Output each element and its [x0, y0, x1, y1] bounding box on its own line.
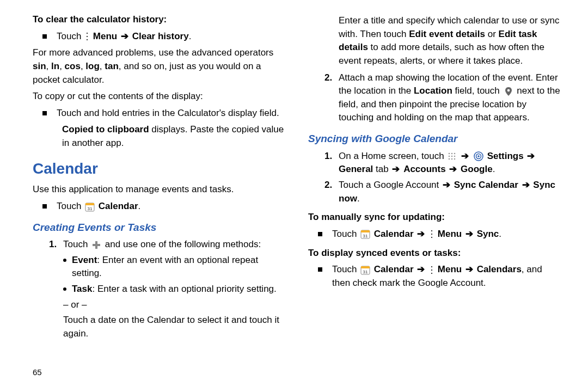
- clear-history-heading: To clear the calculator history:: [33, 13, 286, 27]
- text: Event: Enter an event with an optional r…: [72, 254, 286, 280]
- menu-label: Menu: [438, 229, 462, 239]
- svg-rect-1: [87, 36, 88, 37]
- svg-point-15: [449, 158, 450, 160]
- list-item: 2. Attach a map showing the location of …: [308, 71, 562, 125]
- sync-label: Sync: [477, 229, 499, 239]
- svg-text:31: 31: [88, 206, 93, 211]
- dot-bullet-icon: [63, 287, 66, 291]
- svg-point-8: [507, 89, 510, 91]
- calendar-31-icon: 31: [360, 229, 370, 239]
- copied-para: Copied to clipboard displays. Paste the …: [62, 123, 286, 150]
- arrow-icon: ➔: [417, 229, 425, 239]
- svg-point-20: [477, 155, 480, 157]
- sub-bullet-task: Task: Enter a task with an optional prio…: [63, 283, 286, 296]
- svg-point-12: [449, 156, 450, 157]
- text: For more advanced problems, use the adva…: [33, 47, 273, 58]
- step-number: 1.: [49, 238, 63, 252]
- google-label: Google: [461, 164, 493, 174]
- svg-rect-0: [87, 33, 88, 34]
- right-column: Enter a title and specify which calendar…: [308, 11, 562, 381]
- accounts-label: Accounts: [403, 164, 445, 174]
- svg-rect-30: [431, 266, 432, 267]
- text: Touch: [332, 264, 359, 274]
- bullet-clear-history: Touch Menu ➔ Clear history.: [42, 30, 286, 44]
- attach-map-step: 2. Attach a map showing the location of …: [308, 71, 562, 125]
- manual-sync-heading: To manually sync for updating:: [308, 211, 562, 224]
- svg-point-11: [454, 153, 456, 155]
- bullet-text: Touch Menu ➔ Clear history.: [57, 30, 286, 44]
- creating-events-heading: Creating Events or Tasks: [33, 220, 286, 235]
- arrow-icon: ➔: [527, 151, 535, 161]
- svg-rect-32: [431, 273, 432, 274]
- bullet-text: Touch and hold entries in the Calculator…: [57, 107, 286, 120]
- display-synced-heading: To display synced events or tasks:: [308, 247, 562, 260]
- svg-rect-7: [93, 244, 100, 246]
- calendar-label: Calendar: [374, 229, 414, 239]
- calendar-31-icon: 31: [85, 202, 95, 212]
- arrow-icon: ➔: [443, 180, 450, 190]
- list-item: 1. Touch and use one of the following me…: [33, 238, 286, 252]
- svg-point-17: [454, 158, 456, 160]
- location-label: Location: [414, 85, 452, 96]
- bullet-text: Touch 31 Calendar ➔ Menu ➔ Calendars, an…: [332, 263, 562, 290]
- apps-grid-icon: [448, 152, 456, 161]
- square-bullet-icon: [42, 34, 47, 39]
- copy-head: To copy or cut the contents of the displ…: [33, 90, 286, 103]
- menu-overflow-icon: [85, 32, 89, 41]
- syncing-heading: Syncing with Google Calendar: [308, 131, 562, 146]
- svg-rect-25: [431, 234, 432, 235]
- page-number: 65: [33, 367, 42, 377]
- text: Touch: [63, 239, 90, 249]
- calendar-heading: Calendar: [33, 158, 286, 180]
- text: Touch: [57, 201, 84, 211]
- svg-rect-31: [431, 270, 432, 271]
- calendar-desc: Use this application to manage events an…: [33, 183, 286, 197]
- sync-calendar-label: Sync Calendar: [454, 180, 518, 190]
- left-column: To clear the calculator history: Touch M…: [33, 11, 286, 381]
- arrow-icon: ➔: [522, 180, 530, 190]
- settings-label: Settings: [487, 151, 524, 161]
- calendar-31-icon: 31: [360, 265, 370, 275]
- advanced-para: For more advanced problems, use the adva…: [33, 46, 286, 87]
- svg-rect-24: [431, 230, 432, 231]
- svg-rect-2: [87, 39, 88, 40]
- calendars-label: Calendars: [477, 264, 522, 274]
- clear-history-label: Clear history: [132, 31, 189, 41]
- arrow-icon: ➔: [449, 164, 457, 174]
- calendar-label: Calendar: [374, 264, 414, 274]
- list-item: 1. On a Home screen, touch ➔ Settings ➔ …: [308, 150, 562, 176]
- svg-point-10: [451, 153, 453, 155]
- step-body: Attach a map showing the location of the…: [339, 71, 562, 125]
- sync-steps: 1. On a Home screen, touch ➔ Settings ➔ …: [308, 150, 562, 206]
- square-bullet-icon: [42, 204, 47, 209]
- general-tab-label: General: [339, 164, 373, 174]
- step-body: Touch a Google Account ➔ Sync Calendar ➔…: [339, 179, 562, 205]
- bullet-copy: Touch and hold entries in the Calculator…: [42, 107, 286, 120]
- text: or: [485, 29, 499, 39]
- copied-bold: Copied to clipboard: [62, 124, 149, 134]
- menu-overflow-icon: [430, 230, 434, 238]
- menu-label: Menu: [438, 264, 462, 274]
- svg-text:31: 31: [363, 270, 368, 274]
- touch-date-para: Touch a date on the Calendar to select i…: [63, 314, 286, 340]
- map-pin-icon: [504, 87, 513, 96]
- text: On a Home screen, touch: [339, 151, 446, 161]
- svg-rect-28: [361, 266, 370, 268]
- list-item: 2. Touch a Google Account ➔ Sync Calenda…: [308, 179, 562, 205]
- arrow-icon: ➔: [121, 31, 128, 41]
- step-number: 2.: [324, 179, 339, 205]
- creating-steps: 1. Touch and use one of the following me…: [33, 238, 286, 252]
- enter-title-para: Enter a title and specify which calendar…: [339, 14, 562, 68]
- bullet-display-synced: Touch 31 Calendar ➔ Menu ➔ Calendars, an…: [318, 263, 562, 290]
- arrow-icon: ➔: [461, 151, 469, 161]
- text: field, touch: [452, 85, 503, 96]
- text: Touch: [57, 31, 84, 41]
- bullet-touch-calendar: Touch 31 Calendar.: [42, 200, 286, 213]
- bullet-text: Touch 31 Calendar.: [57, 200, 286, 213]
- svg-rect-4: [85, 203, 94, 205]
- svg-point-16: [451, 158, 453, 160]
- menu-overflow-icon: [430, 266, 434, 274]
- square-bullet-icon: [318, 232, 322, 236]
- edit-event-label: Edit event details: [409, 29, 485, 39]
- text: Task: Enter a task with an optional prio…: [72, 283, 277, 296]
